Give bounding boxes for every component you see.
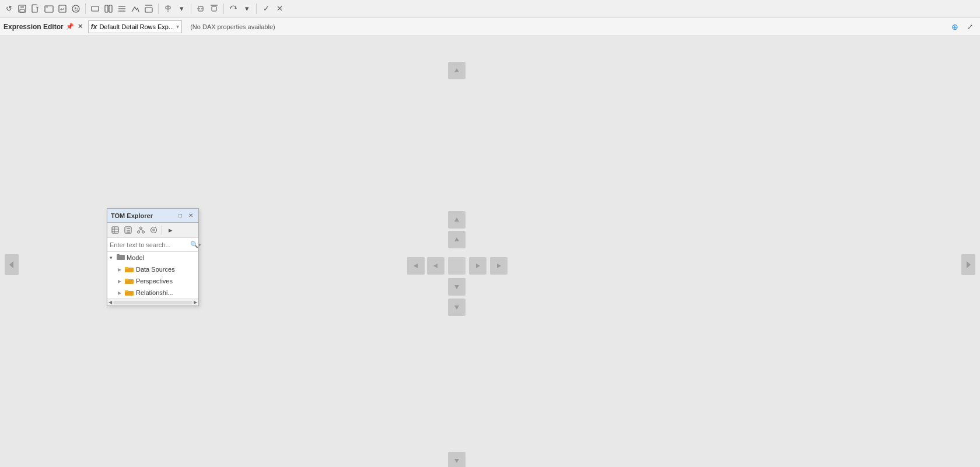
sep-3 bbox=[191, 3, 191, 14]
tom-hierarchy-btn[interactable] bbox=[135, 224, 146, 236]
toolbar-icon-open[interactable] bbox=[43, 2, 55, 15]
toolbar-icon-9[interactable] bbox=[129, 2, 142, 15]
svg-text:↻: ↻ bbox=[74, 6, 79, 12]
tom-more-btn[interactable]: ▸ bbox=[164, 224, 176, 236]
relationships-label: Relationshi... bbox=[136, 289, 173, 296]
tom-filter-btn[interactable] bbox=[148, 224, 159, 236]
tom-explorer-panel: TOM Explorer □ ✕ ▸ 🔍 ▾ bbox=[107, 208, 199, 306]
svg-text:↩: ↩ bbox=[60, 6, 65, 12]
perspectives-folder-icon bbox=[125, 278, 134, 285]
relationships-folder-icon bbox=[125, 289, 134, 296]
align-icon-1[interactable] bbox=[162, 2, 174, 15]
tom-close-btn[interactable]: ✕ bbox=[187, 212, 195, 220]
toolbar-group-check: ✓ ✕ bbox=[260, 2, 286, 15]
expression-dropdown[interactable]: fx Default Detail Rows Exp... ▾ bbox=[88, 20, 182, 33]
model-icon bbox=[117, 254, 125, 262]
search-icon[interactable]: 🔍 bbox=[190, 241, 198, 248]
expression-editor-title: Expression Editor 📌 ✕ bbox=[4, 23, 85, 31]
tom-title: TOM Explorer bbox=[111, 212, 174, 219]
svg-marker-58 bbox=[454, 459, 459, 463]
toolbar-icon-new[interactable] bbox=[29, 2, 42, 15]
svg-rect-4 bbox=[36, 5, 38, 7]
toolbar-icon-save[interactable] bbox=[16, 2, 29, 15]
nav-right-1[interactable] bbox=[469, 257, 487, 275]
expression-editor-pin[interactable]: 📌 bbox=[66, 23, 74, 31]
toolbar-icon-8[interactable] bbox=[116, 2, 128, 15]
svg-marker-56 bbox=[454, 306, 459, 310]
check-icon[interactable]: ✓ bbox=[260, 2, 272, 15]
edge-right-btn[interactable] bbox=[961, 254, 975, 275]
svg-marker-60 bbox=[967, 261, 971, 268]
nav-down-1[interactable] bbox=[448, 278, 466, 296]
align-dropdown[interactable]: ▾ bbox=[175, 2, 188, 15]
toolbar-icon-undo[interactable]: ↺ bbox=[2, 2, 15, 15]
relationships-expand-icon: ▶ bbox=[118, 290, 125, 296]
toolbar-icon-6[interactable] bbox=[89, 2, 102, 15]
expression-editor-close[interactable]: ✕ bbox=[76, 23, 85, 31]
svg-rect-24 bbox=[212, 6, 216, 11]
edge-left-btn[interactable] bbox=[5, 254, 19, 275]
expr-expand-icon[interactable]: ⊕ bbox=[949, 20, 961, 33]
cancel-icon[interactable]: ✕ bbox=[273, 2, 286, 15]
svg-line-37 bbox=[138, 229, 141, 231]
sep-2 bbox=[158, 3, 159, 14]
toolbar-group-refresh: ▾ bbox=[227, 2, 253, 15]
svg-rect-11 bbox=[92, 6, 99, 11]
svg-marker-57 bbox=[454, 68, 459, 72]
svg-rect-17 bbox=[145, 8, 152, 12]
nav-up-1[interactable] bbox=[448, 211, 466, 229]
toolbar-group-align: ▾ bbox=[162, 2, 188, 15]
hscroll-track[interactable] bbox=[113, 301, 192, 304]
expr-right-icons: ⊕ ⤢ bbox=[949, 20, 977, 33]
svg-rect-2 bbox=[20, 9, 24, 12]
nav-right-2[interactable] bbox=[490, 257, 508, 275]
svg-marker-25 bbox=[235, 7, 236, 9]
svg-rect-46 bbox=[125, 279, 128, 280]
nav-left-2[interactable] bbox=[427, 257, 444, 275]
data-sources-folder-icon bbox=[125, 266, 134, 273]
refresh-dropdown[interactable]: ▾ bbox=[240, 2, 253, 15]
tree-item-model[interactable]: ▾ Model bbox=[107, 252, 198, 264]
dropdown-label: Default Detail Rows Exp... bbox=[99, 23, 174, 30]
svg-line-38 bbox=[141, 229, 143, 231]
svg-marker-49 bbox=[454, 217, 459, 222]
sep-1 bbox=[85, 3, 86, 14]
expression-editor-bar: Expression Editor 📌 ✕ fx Default Detail … bbox=[0, 17, 980, 36]
toolbar-icon-5[interactable]: ↻ bbox=[69, 2, 82, 15]
hscroll-right[interactable]: ▶ bbox=[194, 300, 197, 305]
perspectives-label: Perspectives bbox=[136, 278, 173, 285]
tree-item-data-sources[interactable]: ▶ Data Sources bbox=[107, 264, 198, 275]
valign-icon-2[interactable] bbox=[208, 2, 220, 15]
svg-marker-51 bbox=[414, 264, 418, 268]
refresh-icon[interactable] bbox=[227, 2, 240, 15]
tom-search-input[interactable] bbox=[110, 241, 190, 248]
model-expand-icon: ▾ bbox=[110, 255, 117, 261]
nav-left-1[interactable] bbox=[407, 257, 425, 275]
sep-5 bbox=[256, 3, 257, 14]
nav-top-right[interactable] bbox=[448, 62, 466, 79]
toolbar-group-1: ↺ ↩ ↻ bbox=[2, 2, 82, 15]
toolbar-icon-back[interactable]: ↩ bbox=[56, 2, 69, 15]
nav-down-2[interactable] bbox=[448, 299, 466, 316]
tree-item-perspectives[interactable]: ▶ Perspectives bbox=[107, 275, 198, 287]
perspectives-expand-icon: ▶ bbox=[118, 279, 125, 284]
nav-bottom-center[interactable] bbox=[448, 452, 466, 467]
toolbar-icon-10[interactable] bbox=[142, 2, 155, 15]
tom-table-btn[interactable] bbox=[109, 224, 121, 236]
tom-pin-btn[interactable]: □ bbox=[176, 212, 184, 220]
svg-marker-54 bbox=[497, 264, 501, 268]
toolbar-icon-7[interactable] bbox=[102, 2, 115, 15]
tom-list-btn[interactable] bbox=[122, 224, 134, 236]
hscroll-left[interactable]: ◀ bbox=[108, 300, 112, 305]
valign-icon-1[interactable] bbox=[194, 2, 207, 15]
svg-rect-26 bbox=[112, 227, 118, 233]
search-dropdown-btn[interactable]: ▾ bbox=[198, 242, 201, 248]
nav-up-2[interactable] bbox=[448, 231, 466, 248]
svg-point-34 bbox=[139, 227, 142, 229]
svg-marker-55 bbox=[454, 285, 459, 289]
expr-fullscreen-icon[interactable]: ⤢ bbox=[964, 20, 977, 33]
toolbar-group-valign bbox=[194, 2, 220, 15]
tom-horizontal-scroll[interactable]: ◀ ▶ bbox=[107, 299, 198, 306]
svg-marker-53 bbox=[476, 264, 480, 268]
tree-item-relationships[interactable]: ▶ Relationshi... bbox=[107, 287, 198, 299]
